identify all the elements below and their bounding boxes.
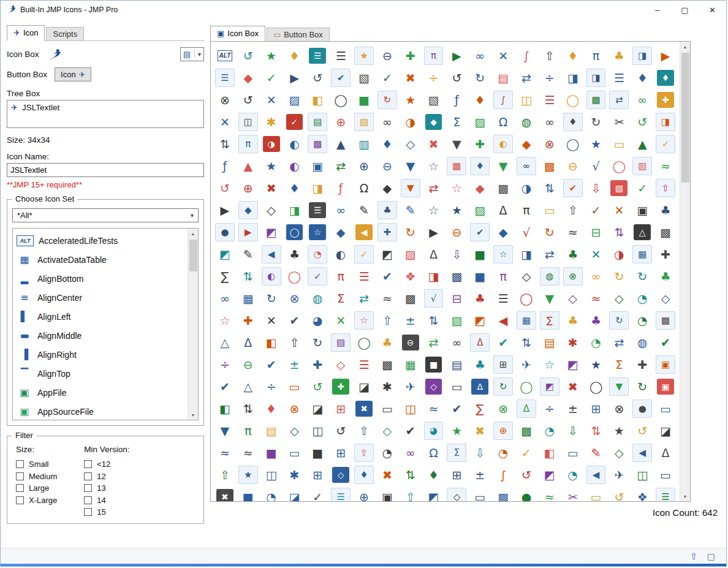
grid-icon[interactable]: ↻ [609,311,629,330]
grid-icon[interactable]: ▣ [376,486,399,502]
grid-icon[interactable]: ▣ [631,199,654,221]
icon-name-input[interactable] [7,163,204,177]
icon-set-item[interactable]: ▬AlignMiddle [17,326,188,345]
grid-icon[interactable]: ◨ [632,47,652,65]
checkbox--12[interactable]: <12 [84,458,129,471]
grid-icon[interactable]: ▦ [517,311,536,330]
grid-icon[interactable]: ✈ [515,354,538,376]
grid-icon[interactable]: ↺ [237,45,260,67]
grid-icon[interactable]: ◩ [540,377,559,396]
grid-icon[interactable]: ▨ [445,309,468,331]
grid-icon[interactable]: ⊞ [585,398,608,420]
grid-icon[interactable]: ♦ [283,177,306,199]
grid-icon[interactable]: ⊞ [329,442,352,464]
icon-set-item[interactable]: ▣AppFile [17,383,188,402]
scrollbar-thumb[interactable] [681,53,689,183]
grid-icon[interactable]: ♣ [654,265,677,287]
grid-icon[interactable]: ▭ [283,442,306,464]
grid-icon[interactable]: ◫ [238,113,258,131]
grid-icon[interactable]: ✔ [563,179,583,197]
grid-icon[interactable]: ▲ [329,133,352,155]
grid-icon[interactable]: ⇧ [376,309,399,331]
grid-icon[interactable]: ▨ [468,199,491,221]
grid-icon[interactable]: ☆ [354,311,374,330]
grid-icon[interactable]: ▨ [468,111,491,133]
grid-icon[interactable]: ⊕ [493,422,513,440]
grid-icon[interactable]: ◫ [515,89,538,111]
grid-icon[interactable]: Δ [237,331,260,354]
maximize-icon[interactable]: ▢ [671,1,699,19]
scrollbar-thumb[interactable] [189,240,197,271]
scroll-down-icon[interactable]: ▼ [188,410,199,420]
grid-icon[interactable]: ⇅ [538,177,561,199]
grid-icon[interactable]: ⇅ [237,265,260,287]
grid-icon[interactable]: ÷ [260,376,283,398]
grid-icon[interactable]: ★ [399,89,422,111]
grid-icon[interactable]: ▣ [656,355,675,374]
grid-icon[interactable]: ƒ [445,89,468,111]
window-layers-icon[interactable]: ▢ [707,551,715,561]
grid-icon[interactable]: ◔ [260,486,283,502]
grid-icon[interactable]: ☰ [491,287,515,309]
grid-icon[interactable]: ☆ [422,155,446,177]
grid-icon[interactable]: ⊞ [329,398,352,420]
grid-icon[interactable]: ✚ [237,309,260,331]
grid-icon[interactable]: ☆ [538,354,561,376]
grid-icon[interactable]: ◯ [352,331,376,354]
grid-icon[interactable]: π [424,47,444,65]
grid-icon[interactable]: ▭ [445,376,468,398]
grid-icon[interactable]: ▶ [445,45,468,67]
grid-icon[interactable]: ⇅ [213,133,237,155]
grid-icon[interactable]: ◐ [493,135,513,153]
grid-icon[interactable]: ◧ [213,398,237,420]
grid-icon[interactable]: Δ [517,399,536,418]
grid-icon[interactable]: △ [237,376,260,398]
grid-icon[interactable]: ⊗ [563,267,583,286]
grid-icon[interactable]: ∞ [585,265,608,287]
grid-icon[interactable]: ■ [260,442,283,464]
grid-icon[interactable]: ∞ [468,45,491,67]
grid-icon[interactable]: ⊕ [352,486,376,502]
grid-icon[interactable]: ⇄ [607,331,631,354]
grid-icon[interactable]: ♦ [422,464,446,486]
grid-icon[interactable]: ∞ [445,331,468,354]
grid-icon[interactable]: ∑ [213,265,237,287]
grid-icon[interactable]: ∞ [329,199,352,221]
grid-icon[interactable]: ▶ [422,221,446,243]
grid-icon[interactable]: ▲ [237,155,260,177]
grid-icon[interactable]: ◍ [306,287,329,309]
grid-icon[interactable]: ◩ [468,309,491,331]
grid-icon[interactable]: ✚ [468,133,491,155]
grid-icon[interactable]: ⇄ [352,287,376,309]
grid-icon[interactable]: ● [215,223,235,241]
grid-icon[interactable]: ● [632,399,652,418]
grid-icon[interactable]: ✔ [445,398,468,420]
grid-icon[interactable]: ↻ [493,377,513,396]
grid-icon[interactable]: ≈ [585,287,608,309]
grid-icon[interactable]: ◩ [213,243,237,265]
grid-icon[interactable]: ▩ [538,155,561,177]
grid-icon[interactable]: ◨ [283,199,306,221]
grid-icon[interactable]: ± [561,398,585,420]
grid-icon[interactable]: ◔ [491,442,515,464]
checkbox-box[interactable] [16,460,24,468]
grid-icon[interactable]: π [515,199,538,221]
grid-icon[interactable]: Σ [329,287,352,309]
grid-icon[interactable]: ▶ [654,45,677,67]
grid-icon[interactable]: ⇄ [329,155,352,177]
grid-icon[interactable]: ▤ [538,331,561,354]
grid-icon[interactable]: ✓ [354,245,374,263]
icon-set-item[interactable]: ▣AppSourceFile [17,402,188,420]
grid-icon[interactable]: ❖ [399,265,422,287]
grid-icon[interactable]: π [329,265,352,287]
checkbox-box[interactable] [16,484,24,492]
grid-icon[interactable]: ◇ [376,420,399,442]
grid-icon[interactable]: ⇩ [585,177,608,199]
grid-icon[interactable]: ♣ [376,331,399,354]
grid-icon[interactable]: Ω [352,177,376,199]
grid-icon[interactable]: ⇅ [515,331,538,354]
grid-icon[interactable]: ☰ [352,265,376,287]
grid-icon[interactable]: ♦ [260,398,283,420]
grid-icon[interactable]: ▭ [585,486,608,502]
grid-icon[interactable]: ◔ [631,309,654,331]
